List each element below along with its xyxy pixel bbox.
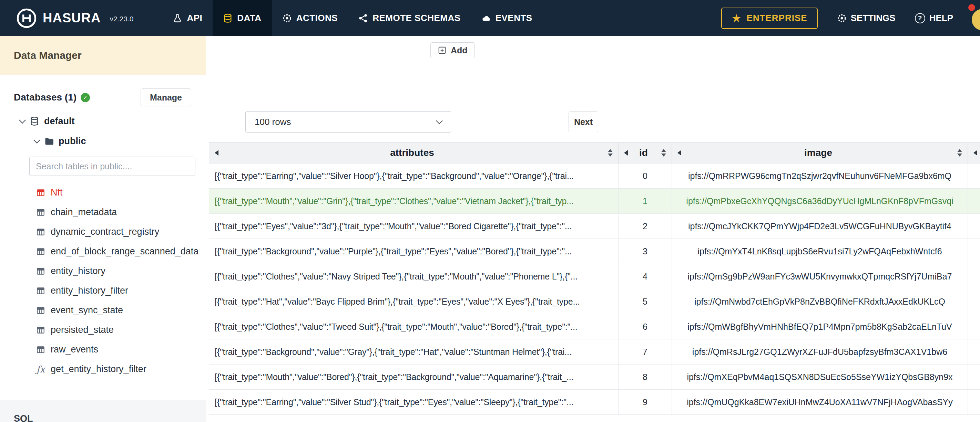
sidebar-sql-section[interactable]: SQL — [0, 400, 206, 422]
table-name: entity_history_filter — [51, 286, 128, 296]
next-page-button[interactable]: Next — [569, 111, 598, 132]
table-row[interactable]: [{"trait_type":"Earring","value":"Silver… — [209, 390, 980, 415]
column-header-id[interactable]: id — [619, 143, 672, 163]
sort-icon — [608, 149, 612, 157]
add-row-button[interactable]: Add — [430, 42, 475, 58]
table-row[interactable]: [{"trait_type":"Background","value":"Gra… — [209, 340, 980, 365]
sidebar-item-end-of-block-range-scanned-data[interactable]: end_of_block_range_scanned_data — [0, 242, 206, 261]
table-row[interactable]: [{"trait_type":"Clothes","value":"Tweed … — [209, 314, 980, 340]
table-icon — [36, 188, 45, 197]
manage-button[interactable]: Manage — [141, 89, 191, 106]
cell-image: ipfs://QmSg9bPzW9anFYc3wWU5KnvymwkxQTpmq… — [672, 264, 968, 289]
data-sidebar: Data Manager Databases (1) ✓ Manage defa… — [0, 36, 206, 422]
table-icon — [36, 306, 45, 315]
tree-item-public-schema[interactable]: public — [0, 131, 206, 151]
sort-icon — [957, 149, 962, 157]
table-icon — [36, 267, 45, 276]
settings-button[interactable]: SETTINGS — [837, 13, 896, 24]
cell-id: 5 — [619, 289, 672, 314]
table-icon — [36, 227, 45, 236]
collapse-column-icon — [624, 150, 628, 155]
table-row[interactable]: [{"trait_type":"Clothes","value":"Navy S… — [209, 264, 980, 289]
table-row[interactable]: [{"trait_type":"Eyes","value":"3d"},{"tr… — [209, 214, 980, 239]
nav-label: DATA — [237, 13, 261, 24]
help-button[interactable]: ? HELP — [915, 13, 953, 24]
nav-item-remote-schemas[interactable]: REMOTE SCHEMAS — [348, 0, 471, 36]
sort-icon — [661, 149, 666, 157]
chevron-down-icon — [19, 117, 26, 124]
cloud-icon — [481, 13, 491, 23]
flask-icon — [173, 13, 182, 23]
column-header-image[interactable]: image — [672, 143, 968, 163]
help-label: HELP — [929, 13, 953, 24]
nav-label: EVENTS — [495, 13, 532, 24]
table-row[interactable]: [{"trait_type":"Background","value":"Pur… — [209, 239, 980, 264]
nav-item-data[interactable]: DATA — [213, 0, 272, 36]
cell-partial — [968, 239, 980, 264]
nav-item-api[interactable]: API — [162, 0, 213, 36]
rows-select-value: 100 rows — [255, 117, 291, 127]
cell-partial — [968, 163, 980, 188]
nav-label: API — [187, 13, 202, 24]
nav-label: REMOTE SCHEMAS — [372, 13, 460, 24]
nav-item-actions[interactable]: ACTIONS — [272, 0, 348, 36]
cell-image: ipfs://QmRsJLrg27GQ1ZWyrXZFuJFdU5bapfzsy… — [672, 340, 968, 364]
nav-item-events[interactable]: EVENTS — [471, 0, 543, 36]
table-icon — [36, 345, 45, 354]
hasura-brand[interactable]: HASURA v2.23.0 — [16, 8, 134, 29]
settings-label: SETTINGS — [851, 13, 896, 24]
column-label: attributes — [218, 148, 606, 158]
function-icon: ƒx — [36, 364, 45, 374]
sidebar-item-raw-events[interactable]: raw_events — [0, 340, 206, 359]
table-header-row: attributes id image — [209, 142, 980, 163]
cell-attributes: [{"trait_type":"Eyes","value":"3d"},{"tr… — [209, 214, 619, 238]
search-tables-input[interactable] — [29, 157, 196, 176]
table-row[interactable]: [{"trait_type":"Earring","value":"Silver… — [209, 163, 980, 189]
table-icon — [36, 247, 45, 256]
cell-attributes: [{"trait_type":"Earring","value":"Silver… — [209, 390, 619, 414]
cell-partial — [968, 189, 980, 213]
cell-attributes: [{"trait_type":"Clothes","value":"Navy S… — [209, 264, 619, 289]
cell-partial — [968, 365, 980, 389]
databases-label-group: Databases (1) ✓ — [14, 92, 90, 103]
cell-attributes: [{"trait_type":"Earring","value":"Silver… — [209, 163, 619, 188]
sidebar-item-event-sync-state[interactable]: event_sync_state — [0, 300, 206, 320]
collapse-column-icon — [678, 150, 681, 155]
table-name: chain_metadata — [51, 207, 117, 217]
database-name: default — [44, 116, 75, 127]
enterprise-button[interactable]: ★ ENTERPRISE — [721, 8, 818, 29]
table-name: Nft — [51, 187, 63, 198]
table-icon — [36, 286, 45, 295]
sidebar-item-chain-metadata[interactable]: chain_metadata — [0, 202, 206, 222]
table-row[interactable]: [{"trait_type":"Mouth","value":"Bored"},… — [209, 365, 980, 390]
sidebar-item-get-entity-history-filter[interactable]: ƒx get_entity_history_filter — [0, 359, 206, 379]
column-header-partial[interactable] — [968, 143, 980, 163]
collapse-column-icon — [974, 150, 977, 155]
cell-partial — [968, 340, 980, 364]
sidebar-item-nft[interactable]: Nft — [0, 183, 206, 202]
function-name: get_entity_history_filter — [51, 364, 146, 374]
column-header-attributes[interactable]: attributes — [209, 143, 619, 163]
tree-item-default-db[interactable]: default — [0, 111, 206, 131]
sidebar-item-dynamic-contract-registry[interactable]: dynamic_contract_registry — [0, 222, 206, 242]
cell-id: 7 — [619, 340, 672, 364]
databases-row: Databases (1) ✓ Manage — [0, 75, 206, 106]
table-row-highlighted[interactable]: [{"trait_type":"Mouth","value":"Grin"},{… — [209, 189, 980, 214]
cell-id: 4 — [619, 264, 672, 289]
cell-id: 3 — [619, 239, 672, 264]
sidebar-item-entity-history-filter[interactable]: entity_history_filter — [0, 281, 206, 300]
rows-per-page-select[interactable]: 100 rows — [245, 111, 451, 133]
main-nav: API DATA ACTIONS REMOTE SCHEMAS — [162, 0, 542, 36]
notification-badge — [968, 4, 975, 11]
cell-image: ipfs://QmXEqPbvM4aq1SQSXN8DSuEcSo5SseYW1… — [672, 365, 968, 389]
sidebar-item-persisted-state[interactable]: persisted_state — [0, 320, 206, 340]
sidebar-item-entity-history[interactable]: entity_history — [0, 261, 206, 281]
nav-label: ACTIONS — [296, 13, 338, 24]
cell-attributes: [{"trait_type":"Mouth","value":"Grin"},{… — [209, 189, 619, 213]
database-icon — [30, 116, 39, 126]
cell-attributes: [{"trait_type":"Background","value":"Gra… — [209, 340, 619, 364]
sql-label: SQL — [14, 413, 33, 422]
database-icon — [223, 13, 232, 23]
cell-partial — [968, 289, 980, 314]
table-row[interactable]: [{"trait_type":"Hat","value":"Bayc Flipp… — [209, 289, 980, 314]
